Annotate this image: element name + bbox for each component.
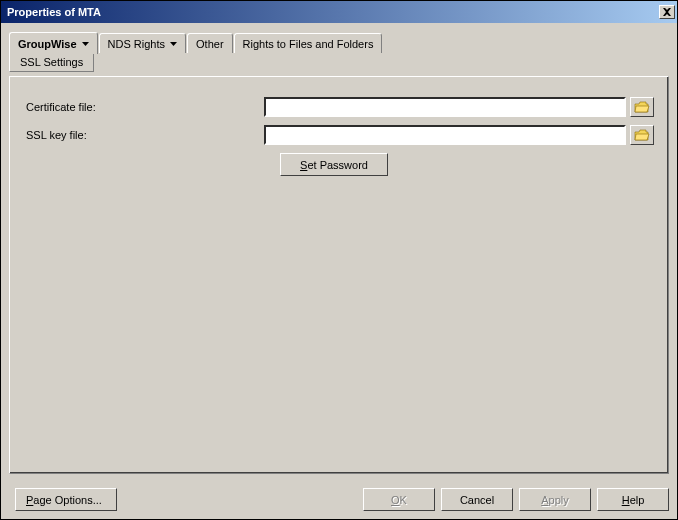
page-options-button[interactable]: Page Options...	[15, 488, 117, 511]
tab-row: GroupWise NDS Rights Other Rights to Fil…	[9, 31, 669, 53]
tab-rights-files-folders[interactable]: Rights to Files and Folders	[234, 33, 383, 53]
content-area: GroupWise NDS Rights Other Rights to Fil…	[1, 23, 677, 482]
chevron-down-icon	[170, 42, 177, 46]
spacer	[24, 153, 280, 176]
set-password-row: Set Password	[24, 153, 654, 176]
tab-label: GroupWise	[18, 38, 77, 50]
ssl-key-file-row: SSL key file:	[24, 125, 654, 145]
tab-groupwise[interactable]: GroupWise	[9, 32, 98, 54]
certificate-browse-button[interactable]	[630, 97, 654, 117]
subtab-label: SSL Settings	[20, 56, 83, 68]
tab-nds-rights[interactable]: NDS Rights	[99, 33, 186, 53]
cancel-button[interactable]: Cancel	[441, 488, 513, 511]
help-button[interactable]: Help	[597, 488, 669, 511]
window-title: Properties of MTA	[5, 6, 101, 18]
ssl-key-file-input[interactable]	[264, 125, 626, 145]
close-button[interactable]	[659, 5, 675, 19]
subtab-row: SSL Settings	[9, 52, 669, 72]
folder-open-icon	[634, 101, 650, 114]
ok-button[interactable]: OK	[363, 488, 435, 511]
tab-label: NDS Rights	[108, 38, 165, 50]
folder-open-icon	[634, 129, 650, 142]
set-password-button[interactable]: Set Password	[280, 153, 388, 176]
certificate-file-row: Certificate file:	[24, 97, 654, 117]
apply-button[interactable]: Apply	[519, 488, 591, 511]
chevron-down-icon	[82, 42, 89, 46]
subtab-ssl-settings[interactable]: SSL Settings	[9, 52, 94, 72]
button-bar: Page Options... OK Cancel Apply Help	[1, 482, 677, 519]
titlebar: Properties of MTA	[1, 1, 677, 23]
certificate-file-label: Certificate file:	[24, 101, 264, 113]
ssl-key-browse-button[interactable]	[630, 125, 654, 145]
tab-other[interactable]: Other	[187, 33, 233, 53]
tab-label: Rights to Files and Folders	[243, 38, 374, 50]
properties-window: Properties of MTA GroupWise NDS Rights	[0, 0, 678, 520]
certificate-file-input[interactable]	[264, 97, 626, 117]
settings-panel: Certificate file: SSL key file:	[9, 76, 669, 474]
close-icon	[663, 8, 671, 16]
tab-label: Other	[196, 38, 224, 50]
ssl-key-file-label: SSL key file:	[24, 129, 264, 141]
